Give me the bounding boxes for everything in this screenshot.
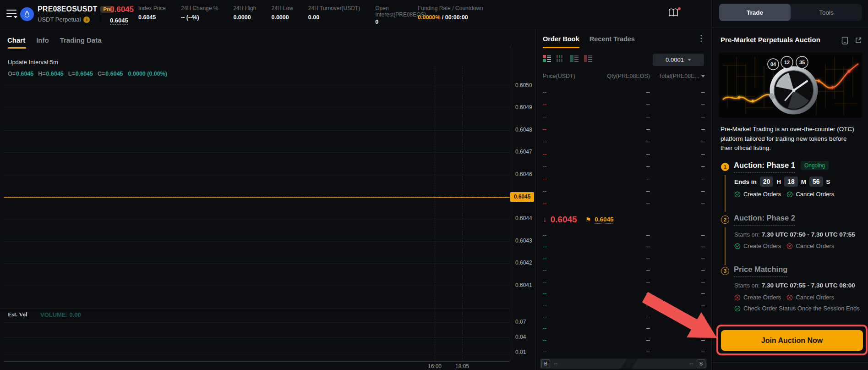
row-price: --	[543, 325, 606, 331]
view-asks-icon[interactable]	[584, 55, 592, 62]
row-total: --	[650, 267, 705, 273]
bid-row[interactable]: ------	[535, 323, 711, 334]
price-gridline	[4, 263, 510, 264]
row-total: --	[650, 138, 705, 145]
buy-badge: B	[541, 359, 550, 368]
phase-1-title[interactable]: Auction: Phase 1	[734, 161, 795, 173]
orderbook-guide-icon[interactable]	[668, 8, 681, 20]
time-axis-label: 16:00	[428, 363, 442, 370]
symbol-name[interactable]: PRE08EOSUSDT	[38, 5, 97, 13]
row-total: --	[650, 348, 705, 355]
bid-row[interactable]: ------	[535, 276, 711, 287]
ask-row[interactable]: ------	[535, 148, 711, 160]
top-header: PRE08EOSUSDT Pre USDT Perpetual i 0.6045…	[0, 0, 711, 29]
volume-gridline	[4, 353, 510, 353]
price-axis[interactable]: 0.60500.60490.60480.60470.60460.60450.60…	[510, 29, 535, 361]
external-link-icon[interactable]	[855, 37, 862, 44]
guide-doc-icon[interactable]	[841, 37, 848, 44]
mark-price[interactable]: 0.6045	[110, 17, 128, 25]
volume-axis-label: 0.01	[515, 349, 526, 355]
bid-row[interactable]: ------	[535, 264, 711, 276]
row-qty: --	[606, 314, 650, 320]
funding-countdown: 00:00:00	[445, 14, 468, 21]
row-price: --	[543, 314, 606, 320]
eos-token-logo	[20, 7, 34, 21]
ask-row[interactable]: ------	[535, 160, 711, 172]
ask-row[interactable]: ------	[535, 98, 711, 110]
tick-size-value: 0.0001	[666, 56, 684, 63]
view-both-icon[interactable]	[543, 55, 551, 62]
row-total: --	[650, 325, 705, 331]
col-total[interactable]: Total(PRE08E...	[650, 73, 705, 79]
price-axis-label: 0.6050	[515, 82, 532, 88]
permission-text: Cancel Orders	[796, 243, 834, 249]
permission-text: Cancel Orders	[796, 294, 834, 301]
markets-menu-icon[interactable]	[6, 10, 17, 19]
row-total: --	[650, 163, 705, 170]
stat-value: 0.0000	[233, 14, 256, 21]
row-price: --	[543, 243, 606, 250]
bid-row[interactable]: ------	[535, 334, 711, 346]
permission-item: Cancel Orders	[786, 191, 834, 198]
price-axis-label: 0.6049	[515, 104, 532, 110]
ask-row[interactable]: ------	[535, 172, 711, 185]
auction-banner-image: 04 12 35	[719, 53, 862, 118]
price-axis-label: 0.6046	[515, 171, 532, 177]
bid-row[interactable]: ------	[535, 299, 711, 311]
permission-item: Create Orders	[734, 294, 781, 301]
row-qty: --	[606, 337, 650, 343]
header-stat: 24H Low0.0000	[271, 5, 293, 21]
volume-axis-label: 0.07	[515, 319, 526, 325]
ask-row[interactable]: ------	[535, 197, 711, 210]
permission-item: Cancel Orders	[786, 243, 834, 249]
row-qty: --	[606, 101, 650, 108]
orderbook-mid: ↓ 0.6045 ⚑ 0.6045	[543, 211, 613, 228]
orderbook-flag-price[interactable]: 0.6045	[595, 216, 613, 224]
bid-row[interactable]: ------	[535, 241, 711, 252]
row-qty: --	[606, 151, 650, 157]
tab-order-book[interactable]: Order Book	[543, 35, 579, 48]
ask-row[interactable]: ------	[535, 135, 711, 148]
orderbook-bids: ----------------------------------------…	[535, 229, 711, 358]
price-gridline	[4, 286, 510, 286]
bid-row[interactable]: ------	[535, 253, 711, 264]
row-qty: --	[606, 126, 650, 133]
row-total: --	[650, 114, 705, 120]
row-total: --	[650, 188, 705, 194]
stat-label: 24H Turnover(USDT)	[308, 5, 360, 11]
tab-recent-trades[interactable]: Recent Trades	[590, 35, 635, 48]
phase-1-countdown: Ends in 20 H 18 M 56 S	[734, 177, 830, 187]
pane-separator	[0, 309, 510, 309]
price-gridline	[4, 108, 510, 108]
info-icon[interactable]: i	[83, 17, 90, 23]
ask-row[interactable]: ------	[535, 123, 711, 135]
row-price: --	[543, 126, 606, 133]
ask-row[interactable]: ------	[535, 110, 711, 123]
orderbook-more-icon[interactable]: ⋮	[697, 34, 705, 42]
phase-1-permissions: Create OrdersCancel Orders	[734, 191, 866, 198]
bid-row[interactable]: ------	[535, 287, 711, 299]
phase-2-title[interactable]: Auction: Phase 2	[734, 214, 795, 226]
tab-tools[interactable]: Tools	[791, 4, 862, 21]
view-depth-icon[interactable]	[557, 55, 565, 62]
phase-connector	[725, 175, 726, 212]
tab-trade[interactable]: Trade	[719, 4, 791, 21]
row-price: --	[543, 279, 606, 285]
row-price: --	[543, 101, 606, 108]
row-price: --	[543, 114, 606, 120]
bid-row[interactable]: ------	[535, 229, 711, 241]
volume-axis-label: 0.04	[515, 334, 526, 340]
bid-row[interactable]: ------	[535, 346, 711, 358]
ask-row[interactable]: ------	[535, 185, 711, 197]
view-bids-icon[interactable]	[570, 55, 579, 62]
join-auction-button[interactable]: Join Auction Now	[721, 330, 863, 351]
row-total: --	[650, 200, 705, 207]
bid-row[interactable]: ------	[535, 311, 711, 322]
orderbook-columns: Price(USDT) Qty(PRE08EOS) Total(PRE08E..…	[535, 73, 711, 79]
phase-3-title[interactable]: Price Matching	[734, 265, 787, 277]
permission-text: Create Orders	[743, 294, 781, 301]
tick-size-dropdown[interactable]: 0.0001	[653, 54, 704, 66]
row-qty: --	[606, 279, 650, 285]
ask-row[interactable]: ------	[535, 86, 711, 98]
header-stat: 24H High0.0000	[233, 5, 256, 21]
